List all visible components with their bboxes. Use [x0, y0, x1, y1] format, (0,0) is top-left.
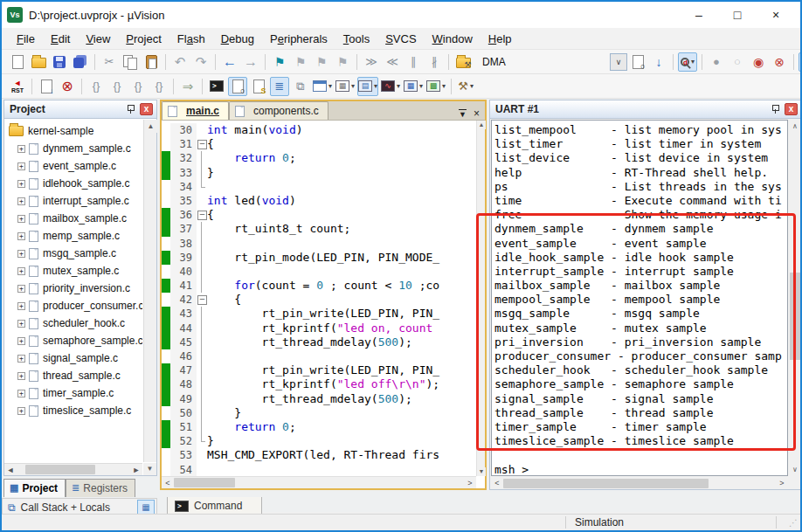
grid-button[interactable]: ▦	[137, 500, 155, 515]
serial-window-dropdown[interactable]: ▤▾	[357, 77, 378, 96]
indent-right-button[interactable]: ≫	[362, 52, 381, 72]
expand-icon[interactable]: +	[17, 215, 25, 223]
target-select-combo[interactable]: ∨	[477, 53, 627, 71]
scroll-thumb[interactable]	[174, 478, 235, 487]
watch-window-dropdown[interactable]: ▾	[312, 77, 333, 96]
find-next-button[interactable]: ↓	[649, 52, 668, 72]
tree-root-kernel-sample[interactable]: kernel-sample	[5, 122, 142, 140]
quick-search-dropdown[interactable]: d▾	[678, 52, 697, 72]
breakpoint-empty-indicator[interactable]: ○	[728, 52, 747, 72]
redo-button[interactable]: ↷	[191, 52, 211, 72]
tree-item-event_sample-c[interactable]: +event_sample.c	[5, 157, 142, 175]
editor-tab-main-c[interactable]: main.c	[162, 101, 229, 120]
tree-item-dynmem_sample-c[interactable]: +dynmem_sample.c	[5, 140, 142, 157]
tab-list-icon[interactable]: ▼	[459, 109, 467, 119]
registers-window-button[interactable]: ≣	[270, 77, 289, 96]
tree-item-interrupt_sample-c[interactable]: +interrupt_sample.c	[5, 192, 142, 210]
expand-icon[interactable]: +	[17, 162, 25, 170]
tree-item-msgq_sample-c[interactable]: +msgq_sample.c	[5, 245, 142, 262]
expand-icon[interactable]: +	[17, 390, 25, 397]
callstack-window-button[interactable]: ⧉	[291, 77, 310, 96]
menu-tools[interactable]: Tools	[335, 30, 377, 48]
expand-icon[interactable]: +	[17, 337, 25, 345]
minimize-button[interactable]: –	[680, 3, 718, 27]
bookmark-prev-button[interactable]: ⚑	[291, 52, 310, 72]
uart-close-icon[interactable]: x	[785, 103, 798, 115]
disassembly-window-button[interactable]: ○	[228, 77, 247, 96]
command-window-button[interactable]: >	[207, 77, 226, 96]
tree-item-idlehook_sample-c[interactable]: +idlehook_sample.c	[5, 175, 142, 192]
scroll-thumb[interactable]	[503, 479, 709, 488]
scroll-right-icon[interactable]: ►	[130, 466, 142, 474]
fold-collapse-icon[interactable]	[197, 293, 207, 307]
scroll-up-icon[interactable]: ▲	[144, 120, 157, 133]
menu-file[interactable]: File	[9, 30, 43, 48]
step-into-button[interactable]: {}	[86, 77, 106, 96]
logicanalyzer-window-dropdown[interactable]: ▩▾	[425, 77, 446, 96]
manage-target-button[interactable]: ⚒	[453, 52, 473, 72]
expand-icon[interactable]: +	[17, 320, 25, 328]
find-in-files-button[interactable]: ○	[628, 52, 647, 72]
tree-item-producer_consumer-c[interactable]: +producer_consumer.c	[5, 297, 142, 314]
pin-icon[interactable]	[127, 105, 135, 114]
expand-icon[interactable]: +	[17, 250, 25, 258]
uncomment-button[interactable]: ∦	[425, 52, 444, 72]
project-window-toggle[interactable]	[799, 52, 802, 72]
save-all-button[interactable]	[71, 52, 90, 72]
navigate-back-button[interactable]: ←	[220, 52, 239, 72]
menu-edit[interactable]: Edit	[43, 30, 78, 48]
menu-view[interactable]: View	[78, 30, 118, 48]
scroll-down-icon[interactable]: ∨	[789, 463, 801, 476]
expand-icon[interactable]: +	[17, 145, 25, 153]
tree-item-mutex_sample-c[interactable]: +mutex_sample.c	[5, 262, 142, 280]
close-document-icon[interactable]: ×	[474, 107, 480, 120]
scroll-thumb[interactable]	[790, 273, 800, 360]
toolbox-dropdown[interactable]: ⚒▾	[456, 77, 475, 96]
tree-item-mailbox_sample-c[interactable]: +mailbox_sample.c	[5, 210, 142, 227]
code-area[interactable]: 30int main(void)31{32 return 0;33}3435in…	[162, 121, 476, 476]
paste-button[interactable]	[142, 52, 161, 72]
tree-item-semaphore_sample-c[interactable]: +semaphore_sample.c	[5, 332, 142, 349]
menu-flash[interactable]: Flash	[169, 30, 213, 48]
scroll-down-icon[interactable]: ▼	[477, 467, 486, 476]
memory-window-dropdown[interactable]: ▦▾	[335, 77, 356, 96]
open-button[interactable]	[29, 52, 48, 72]
tree-item-priority_inversion-c[interactable]: +priority_inversion.c	[5, 280, 142, 297]
editor-horizontal-scrollbar[interactable]: < >	[162, 476, 476, 488]
pin-icon[interactable]	[771, 105, 779, 114]
target-select-value[interactable]	[477, 56, 608, 68]
run-button[interactable]: ↓	[37, 77, 56, 96]
uart-vertical-scrollbar[interactable]: ∧ ∨	[789, 120, 801, 476]
scroll-down-icon[interactable]: ▼	[143, 463, 156, 475]
analysis-window-dropdown[interactable]: ∿▾	[380, 77, 401, 96]
uart-horizontal-scrollbar[interactable]: < >	[491, 477, 788, 489]
symbol-window-button[interactable]: S	[249, 77, 268, 96]
scroll-left-icon[interactable]: <	[162, 479, 174, 487]
tab-project[interactable]: ▦Project	[3, 479, 66, 497]
stop-button[interactable]: ⊗	[58, 77, 77, 96]
indent-left-button[interactable]: ≪	[383, 52, 402, 72]
new-file-button[interactable]	[8, 52, 27, 72]
expand-icon[interactable]: +	[17, 180, 25, 188]
go-button[interactable]: ⇒	[178, 77, 197, 96]
editor-tab-components-c[interactable]: components.c	[229, 101, 328, 120]
tree-item-memp_sample-c[interactable]: +memp_sample.c	[5, 227, 142, 245]
resize-grip[interactable]: ⋰	[789, 518, 800, 528]
scroll-right-icon[interactable]: >	[776, 479, 788, 487]
project-vertical-scrollbar[interactable]: ▲	[143, 120, 156, 462]
tab-registers[interactable]: ≣Registers	[66, 479, 135, 497]
bookmark-next-button[interactable]: ⚑	[312, 52, 331, 72]
maximize-button[interactable]: □	[718, 3, 757, 27]
copy-button[interactable]	[121, 52, 140, 72]
undo-button[interactable]: ↶	[170, 52, 190, 72]
command-tab[interactable]: > Command	[167, 497, 262, 515]
run-to-line-button[interactable]: {}	[149, 77, 169, 96]
bookmark-toggle-button[interactable]: ⚑	[270, 52, 289, 72]
close-button[interactable]: ×	[757, 3, 795, 27]
step-out-button[interactable]: {}	[128, 77, 148, 96]
expand-icon[interactable]: +	[17, 407, 25, 415]
scroll-right-icon[interactable]: >	[464, 479, 476, 487]
navigate-forward-button[interactable]: →	[241, 52, 260, 72]
target-select-dropdown-icon[interactable]: ∨	[610, 53, 627, 71]
comment-button[interactable]: ∥	[404, 52, 423, 72]
